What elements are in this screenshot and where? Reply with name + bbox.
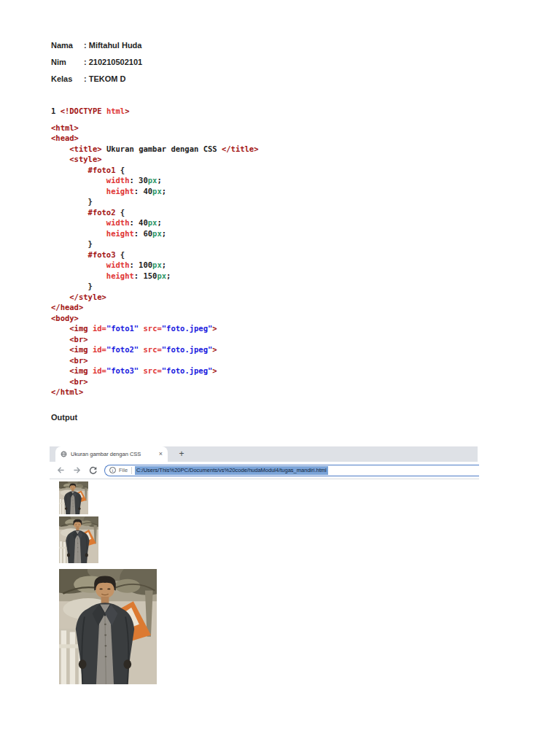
student-name-row: Nama: Miftahul Huda [51,41,142,50]
browser-tab-strip: Ukuran gambar dengan CSS × + [50,446,478,462]
address-bar[interactable]: i File C:/Users/This%20PC/Documents/vs%2… [104,465,479,476]
photo-foto3 [59,569,157,684]
new-tab-button[interactable]: + [175,448,188,461]
code-line: height: 150px; [51,271,259,282]
student-info: Nama: Miftahul Huda Nim: 210210502101 Ke… [51,41,142,91]
photo-foto3-image [59,569,157,684]
reload-icon[interactable] [88,465,98,475]
name-label: Nama [51,41,84,50]
tab-title: Ukuran gambar dengan CSS [71,451,156,457]
code-line: <head> [51,133,259,144]
code-line: #foto1 { [51,165,259,176]
address-divider [131,467,132,474]
class-value: : TEKOM D [84,74,125,83]
code-line: width: 30px; [51,175,259,186]
code-line: <br> [51,355,259,366]
output-heading: Output [51,413,77,422]
code-line: } [51,239,259,249]
code-block: 1 <!DOCTYPE html><html><head> <title> Uk… [51,106,259,398]
student-nim-row: Nim: 210210502101 [51,58,142,67]
code-line: </html> [51,387,259,398]
document-page: { "student": { "fields": [ { "label": "N… [0,0,560,747]
code-line: <img id="foto2" src="foto.jpeg"> [51,344,259,355]
info-icon[interactable]: i [109,467,116,473]
name-value: : Miftahul Huda [84,41,141,50]
code-line: <style> [51,154,259,165]
photo-foto1 [59,481,88,514]
browser-tab[interactable]: Ukuran gambar dengan CSS × [55,446,168,462]
code-line: #foto3 { [51,249,259,260]
code-line: <img id="foto3" src="foto.jpeg"> [51,365,259,376]
browser-screenshot: Ukuran gambar dengan CSS × + i File C:/U… [50,446,479,480]
photo-foto2-image [59,516,98,563]
code-line [51,117,259,123]
code-line: <img id="foto1" src="foto.jpeg"> [51,323,259,334]
browser-toolbar: i File C:/Users/This%20PC/Documents/vs%2… [50,462,479,479]
code-line: <br> [51,376,259,387]
code-line: height: 60px; [51,228,259,239]
code-line: <title> Ukuran gambar dengan CSS </title… [51,144,259,155]
nim-label: Nim [51,58,84,67]
code-line: <body> [51,313,259,324]
file-scheme-label: File [119,467,128,473]
code-line: </style> [51,292,259,303]
student-class-row: Kelas: TEKOM D [51,74,142,84]
code-line: height: 40px; [51,186,259,197]
code-line: <br> [51,334,259,345]
code-line: </head> [51,302,259,313]
tab-close-icon[interactable]: × [159,451,163,457]
photo-foto1-image [59,481,88,514]
photo-foto2 [59,516,98,563]
code-line: #foto2 { [51,207,259,218]
forward-icon[interactable] [72,465,82,475]
code-line: } [51,281,259,292]
url-text[interactable]: C:/Users/This%20PC/Documents/vs%20code/h… [135,466,328,475]
globe-favicon-icon [61,451,67,457]
code-line: 1 <!DOCTYPE html> [51,106,259,117]
code-line: width: 40px; [51,217,259,228]
code-line: } [51,196,259,207]
back-icon[interactable] [56,465,66,475]
nim-value: : 210210502101 [84,58,142,66]
code-line: <html> [51,123,259,133]
code-line: width: 100px; [51,260,259,271]
class-label: Kelas [51,74,84,84]
